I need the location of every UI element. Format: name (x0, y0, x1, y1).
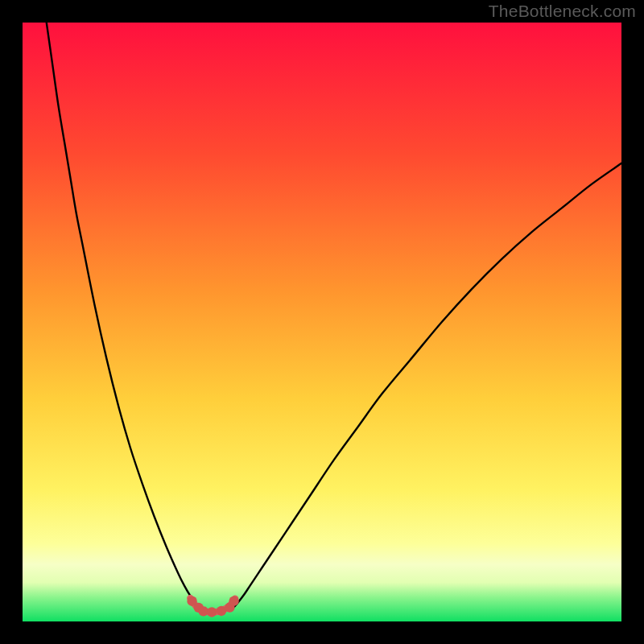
plot-area (23, 23, 621, 621)
chart-svg (23, 23, 621, 621)
chart-frame: TheBottleneck.com (0, 0, 644, 644)
valley-dot (229, 597, 238, 606)
gradient-background (23, 23, 621, 621)
watermark-text: TheBottleneck.com (489, 2, 636, 21)
valley-dot (207, 607, 217, 617)
